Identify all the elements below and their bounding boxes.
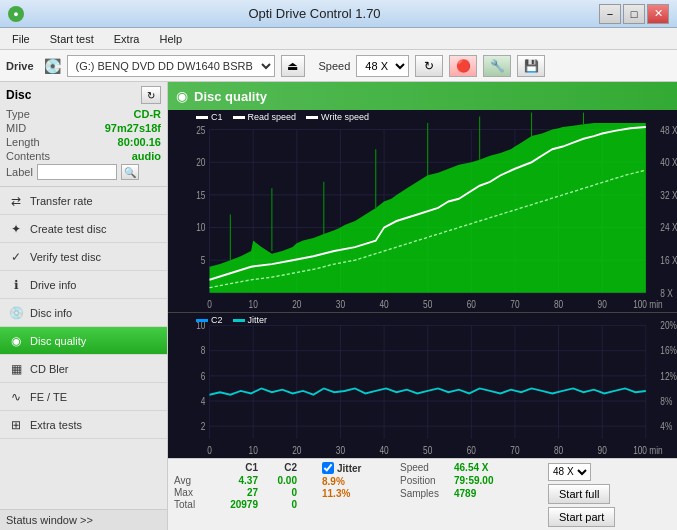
chart-top: C1 Read speed Write speed [168, 110, 677, 313]
drive-select[interactable]: (G:) BENQ DVD DD DW1640 BSRB [67, 55, 275, 77]
sidebar: Disc ↻ Type CD-R MID 97m27s18f Length 80… [0, 82, 168, 530]
disc-refresh-button[interactable]: ↻ [141, 86, 161, 104]
sidebar-item-disc-info[interactable]: 💿 Disc info [0, 299, 167, 327]
close-button[interactable]: ✕ [647, 4, 669, 24]
c1-legend-item: C1 [196, 112, 223, 122]
svg-text:6: 6 [201, 371, 206, 382]
svg-text:8%: 8% [660, 396, 672, 407]
svg-text:0: 0 [207, 299, 212, 311]
save-button[interactable]: 💾 [517, 55, 545, 77]
sidebar-item-verify-test-disc[interactable]: ✓ Verify test disc [0, 243, 167, 271]
svg-text:4: 4 [201, 396, 206, 407]
type-value: CD-R [134, 108, 162, 120]
svg-text:60: 60 [467, 446, 476, 457]
speed-select[interactable]: 48 X [356, 55, 409, 77]
c1-col-header: C1 [213, 462, 258, 473]
svg-text:25: 25 [196, 124, 205, 136]
menu-start-test[interactable]: Start test [42, 31, 102, 47]
c1-legend-color [196, 116, 208, 119]
disc-info-label: Disc info [30, 307, 72, 319]
sidebar-item-disc-quality[interactable]: ◉ Disc quality [0, 327, 167, 355]
nav-items: ⇄ Transfer rate ✦ Create test disc ✓ Ver… [0, 187, 167, 509]
svg-text:8 X: 8 X [660, 287, 673, 299]
disc-quality-label: Disc quality [30, 335, 86, 347]
start-part-button[interactable]: Start part [548, 507, 615, 527]
chart-top-legend: C1 Read speed Write speed [196, 112, 369, 122]
status-window-toggle[interactable]: Status window >> [0, 509, 167, 530]
refresh-speed-button[interactable]: ↻ [415, 55, 443, 77]
svg-text:50: 50 [423, 446, 432, 457]
settings-button[interactable]: 🔴 [449, 55, 477, 77]
svg-text:20: 20 [292, 299, 301, 311]
transfer-rate-label: Transfer rate [30, 195, 93, 207]
svg-text:30: 30 [336, 299, 345, 311]
charts-container: C1 Read speed Write speed [168, 110, 677, 458]
create-test-disc-icon: ✦ [8, 221, 24, 237]
svg-text:48 X: 48 X [660, 124, 677, 136]
disc-quality-header: ◉ Disc quality [168, 82, 677, 110]
max-c2: 0 [262, 487, 297, 498]
label-input[interactable] [37, 164, 117, 180]
disc-quality-title: Disc quality [194, 89, 267, 104]
label-search-button[interactable]: 🔍 [121, 164, 139, 180]
svg-text:4%: 4% [660, 422, 672, 433]
svg-text:100 min: 100 min [633, 446, 663, 457]
drive-bar: Drive 💽 (G:) BENQ DVD DD DW1640 BSRB ⏏ S… [0, 50, 677, 82]
svg-text:16%: 16% [660, 346, 677, 357]
eject-button[interactable]: ⏏ [281, 55, 305, 77]
start-full-button[interactable]: Start full [548, 484, 610, 504]
action-section: 48 X Start full Start part [548, 462, 615, 527]
minimize-button[interactable]: − [599, 4, 621, 24]
sidebar-item-fe-te[interactable]: ∿ FE / TE [0, 383, 167, 411]
menu-file[interactable]: File [4, 31, 38, 47]
c2-legend-label: C2 [211, 315, 223, 325]
jitter-section: Jitter 8.9% 11.3% [322, 462, 392, 527]
svg-text:10: 10 [249, 299, 258, 311]
svg-text:10: 10 [249, 446, 258, 457]
speed-stat-value: 46.54 X [454, 462, 488, 473]
speed-label: Speed [319, 60, 351, 72]
sidebar-item-drive-info[interactable]: ℹ Drive info [0, 271, 167, 299]
sidebar-item-create-test-disc[interactable]: ✦ Create test disc [0, 215, 167, 243]
stats-row: C1 C2 Avg 4.37 0.00 Max 27 0 Total 20979… [168, 458, 677, 530]
svg-text:24 X: 24 X [660, 221, 677, 233]
position-label: Position [400, 475, 450, 486]
menu-extra[interactable]: Extra [106, 31, 148, 47]
svg-text:80: 80 [554, 299, 563, 311]
max-c1: 27 [213, 487, 258, 498]
config-button[interactable]: 🔧 [483, 55, 511, 77]
disc-panel: Disc ↻ Type CD-R MID 97m27s18f Length 80… [0, 82, 167, 187]
max-jitter: 11.3% [322, 488, 350, 499]
svg-text:80: 80 [554, 446, 563, 457]
drive-info-icon: ℹ [8, 277, 24, 293]
status-window-label[interactable]: Status window >> [6, 514, 93, 526]
cd-bler-label: CD Bler [30, 363, 69, 375]
svg-text:70: 70 [510, 446, 519, 457]
jitter-header: Jitter [337, 463, 361, 474]
speed-stat-label: Speed [400, 462, 450, 473]
label-label: Label [6, 166, 33, 178]
menu-help[interactable]: Help [151, 31, 190, 47]
samples-label: Samples [400, 488, 450, 499]
sidebar-item-extra-tests[interactable]: ⊞ Extra tests [0, 411, 167, 439]
title-bar-text: Opti Drive Control 1.70 [30, 6, 599, 21]
sidebar-item-transfer-rate[interactable]: ⇄ Transfer rate [0, 187, 167, 215]
svg-text:40 X: 40 X [660, 156, 677, 168]
jitter-checkbox[interactable] [322, 462, 334, 474]
svg-text:2: 2 [201, 422, 206, 433]
drive-info-label: Drive info [30, 279, 76, 291]
mid-label: MID [6, 122, 26, 134]
svg-text:5: 5 [201, 254, 206, 266]
length-label: Length [6, 136, 40, 148]
avg-c2: 0.00 [262, 475, 297, 486]
test-speed-select[interactable]: 48 X [548, 463, 591, 481]
total-c2: 0 [262, 499, 297, 510]
svg-text:12%: 12% [660, 371, 677, 382]
svg-text:0: 0 [207, 446, 212, 457]
chart-bottom: C2 Jitter [168, 313, 677, 458]
disc-quality-icon: ◉ [8, 333, 24, 349]
sidebar-item-cd-bler[interactable]: ▦ CD Bler [0, 355, 167, 383]
verify-test-disc-label: Verify test disc [30, 251, 101, 263]
jitter-legend-color [233, 319, 245, 322]
maximize-button[interactable]: □ [623, 4, 645, 24]
